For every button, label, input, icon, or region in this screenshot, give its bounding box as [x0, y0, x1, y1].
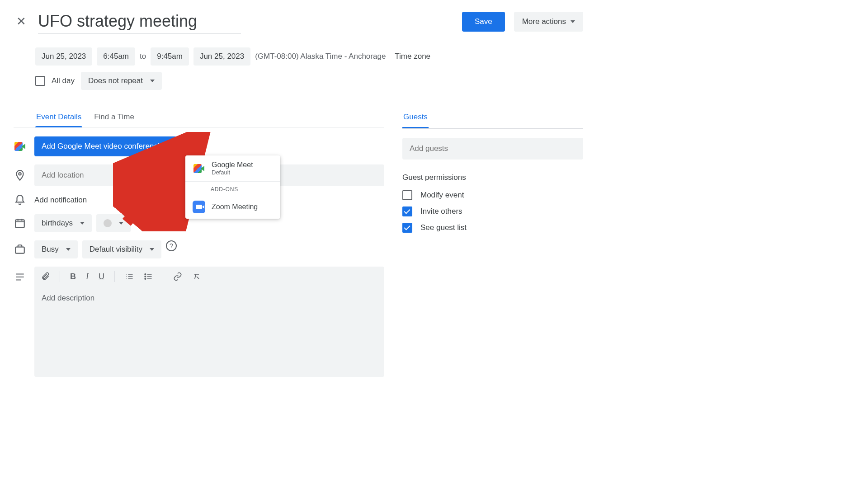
- svg-point-4: [145, 274, 146, 275]
- notification-icon: [14, 194, 26, 206]
- color-dropdown[interactable]: [96, 214, 131, 232]
- svg-rect-3: [15, 247, 24, 253]
- svg-point-1: [19, 173, 21, 175]
- start-time-chip[interactable]: 6:45am: [97, 47, 135, 66]
- add-guests-input[interactable]: [402, 138, 583, 160]
- addons-header: ADD-ONS: [185, 181, 280, 195]
- description-toolbar: B I U: [34, 267, 384, 286]
- tab-find-time[interactable]: Find a Time: [93, 108, 135, 127]
- repeat-dropdown[interactable]: Does not repeat: [81, 72, 162, 90]
- svg-point-6: [145, 278, 146, 280]
- conferencing-options-popup: Google Meet Default ADD-ONS Zoom Meeting: [185, 155, 280, 219]
- busy-label: Busy: [42, 245, 59, 254]
- svg-point-5: [145, 276, 146, 277]
- invite-others-label: Invite others: [420, 207, 462, 216]
- chevron-down-icon: [80, 222, 85, 225]
- default-label: Default: [212, 169, 253, 176]
- invite-others-checkbox[interactable]: [402, 206, 412, 216]
- close-icon[interactable]: ✕: [14, 12, 29, 31]
- timezone-text: (GMT-08:00) Alaska Time - Anchorage: [255, 52, 386, 61]
- modify-event-checkbox[interactable]: [402, 190, 412, 200]
- location-icon: [14, 169, 26, 181]
- zoom-icon: [193, 201, 205, 213]
- option-zoom[interactable]: Zoom Meeting: [185, 195, 280, 219]
- chevron-down-icon: [119, 222, 123, 225]
- save-button[interactable]: Save: [462, 12, 505, 32]
- bullet-list-icon[interactable]: [144, 272, 153, 281]
- allday-checkbox[interactable]: [35, 76, 45, 86]
- more-actions-button[interactable]: More actions: [514, 12, 583, 32]
- description-icon: [14, 271, 26, 283]
- more-actions-label: More actions: [522, 17, 566, 26]
- see-guest-list-label: See guest list: [420, 223, 467, 232]
- description-textarea[interactable]: Add description: [34, 286, 384, 377]
- zoom-label: Zoom Meeting: [212, 203, 258, 211]
- visibility-label: Default visibility: [90, 245, 142, 254]
- link-icon[interactable]: [173, 272, 182, 281]
- help-icon[interactable]: ?: [166, 240, 177, 251]
- calendar-icon: [14, 217, 26, 229]
- add-video-conferencing-button[interactable]: Add Google Meet video conferencing: [34, 136, 175, 156]
- calendar-dropdown[interactable]: birthdays: [34, 214, 92, 232]
- timezone-link[interactable]: Time zone: [395, 52, 430, 61]
- availability-dropdown[interactable]: Busy: [34, 240, 78, 258]
- color-swatch: [104, 219, 112, 227]
- start-date-chip[interactable]: Jun 25, 2023: [35, 47, 92, 66]
- event-title-input[interactable]: [38, 9, 241, 34]
- tab-event-details[interactable]: Event Details: [35, 108, 82, 127]
- briefcase-icon: [14, 244, 26, 255]
- visibility-dropdown[interactable]: Default visibility: [82, 240, 161, 258]
- repeat-label: Does not repeat: [88, 76, 143, 85]
- allday-label: All day: [52, 76, 75, 85]
- see-guest-list-checkbox[interactable]: [402, 223, 412, 233]
- chevron-down-icon: [571, 20, 575, 23]
- google-meet-label: Google Meet: [212, 161, 253, 169]
- modify-event-label: Modify event: [420, 191, 464, 200]
- end-date-chip[interactable]: Jun 25, 2023: [193, 47, 250, 66]
- add-notification-button[interactable]: Add notification: [34, 196, 87, 205]
- calendar-name: birthdays: [42, 219, 73, 228]
- italic-icon[interactable]: I: [86, 272, 89, 282]
- chevron-down-icon: [66, 248, 71, 251]
- chevron-down-icon: [182, 145, 186, 148]
- bold-icon[interactable]: B: [70, 272, 76, 282]
- underline-icon[interactable]: U: [99, 272, 104, 282]
- chevron-down-icon: [150, 248, 154, 251]
- tab-guests[interactable]: Guests: [402, 108, 429, 128]
- video-conferencing-dropdown[interactable]: [175, 136, 192, 156]
- end-time-chip[interactable]: 9:45am: [151, 47, 189, 66]
- guest-permissions-title: Guest permissions: [402, 173, 583, 182]
- google-meet-icon: [193, 164, 204, 173]
- chevron-down-icon: [150, 80, 155, 82]
- option-google-meet[interactable]: Google Meet Default: [185, 155, 280, 181]
- svg-rect-2: [15, 220, 24, 227]
- to-label: to: [140, 52, 146, 61]
- clear-format-icon[interactable]: [192, 272, 201, 281]
- attachment-icon[interactable]: [41, 272, 50, 281]
- numbered-list-icon[interactable]: [125, 272, 134, 281]
- video-icon: [14, 142, 25, 151]
